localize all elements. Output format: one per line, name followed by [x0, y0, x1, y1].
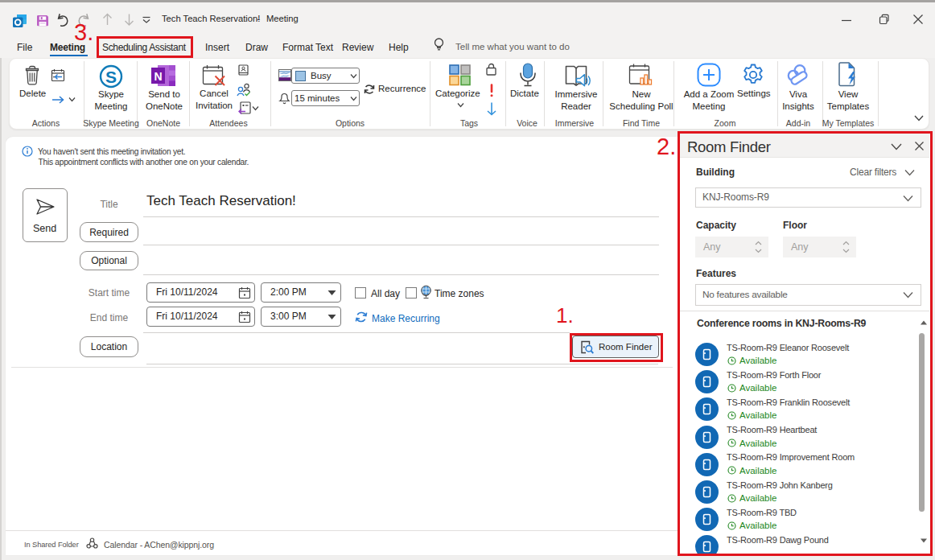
svg-text:S: S [105, 68, 117, 86]
svg-text:N: N [154, 70, 162, 83]
